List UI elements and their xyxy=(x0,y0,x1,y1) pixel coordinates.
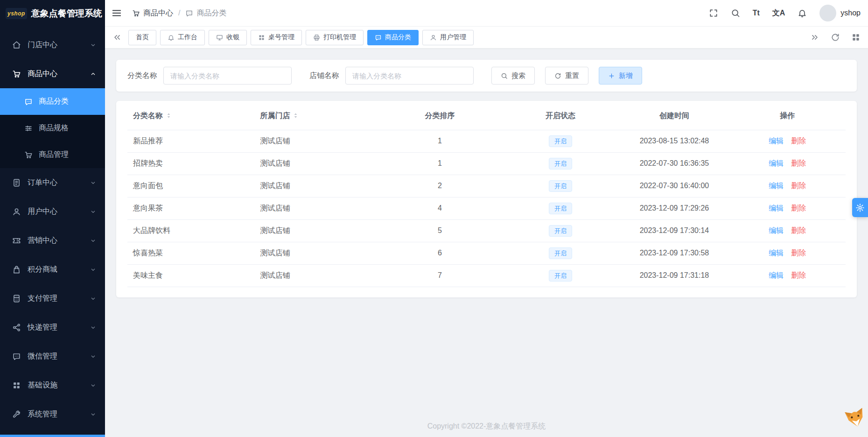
sidebar-item-system-manage[interactable]: 系统管理 xyxy=(0,400,105,429)
chevron-down-icon xyxy=(90,295,97,302)
cell-created: 2023-12-09 17:29:26 xyxy=(619,197,729,219)
open-tabs: 首页 工作台 收银 桌号管理 打印机管理 xyxy=(128,30,804,45)
cell-category-name: 招牌热卖 xyxy=(127,152,254,175)
user-icon xyxy=(12,207,21,216)
tab-label: 首页 xyxy=(136,33,149,42)
status-badge: 开启 xyxy=(549,247,572,259)
logo: yshop 意象点餐管理系统 xyxy=(0,0,105,27)
sidebar-item-label: 商品管理 xyxy=(39,150,69,160)
hamburger-menu-icon[interactable] xyxy=(112,8,122,18)
delete-link[interactable]: 删除 xyxy=(791,137,806,145)
filter-panel: 分类名称 店铺名称 搜索 重置 新增 xyxy=(116,60,857,92)
ticket-icon xyxy=(12,236,21,245)
wrench-icon xyxy=(12,410,21,419)
delete-link[interactable]: 删除 xyxy=(791,271,806,279)
search-button[interactable]: 搜索 xyxy=(491,67,535,85)
category-name-input[interactable] xyxy=(163,67,292,85)
edit-link[interactable]: 编辑 xyxy=(769,271,784,279)
sidebar-item-product-category[interactable]: 商品分类 xyxy=(0,88,105,115)
cell-created: 2023-08-15 13:02:48 xyxy=(619,130,729,152)
sidebar-item-store-center[interactable]: 门店中心 xyxy=(0,30,105,59)
search-icon[interactable] xyxy=(731,8,740,18)
sidebar-item-infrastructure[interactable]: 基础设施 xyxy=(0,371,105,400)
status-badge: 开启 xyxy=(549,225,572,237)
column-header-store: 所属门店 xyxy=(254,103,378,130)
calculator-icon xyxy=(12,294,21,303)
refresh-icon xyxy=(554,72,561,79)
edit-link[interactable]: 编辑 xyxy=(769,182,784,190)
cell-sort: 7 xyxy=(378,264,502,287)
tab-home[interactable]: 首页 xyxy=(128,30,156,45)
sort-carets-icon[interactable] xyxy=(165,112,172,119)
table-row: 意向果茶 测试店铺 4 开启 2023-12-09 17:29:26 编辑删除 xyxy=(127,197,846,219)
top-header: 商品中心 / 商品分类 Tt 文A yshop xyxy=(105,0,868,27)
tab-workbench[interactable]: 工作台 xyxy=(160,30,205,45)
theme-settings-button[interactable] xyxy=(852,198,868,217)
tab-product-category[interactable]: 商品分类 xyxy=(367,30,419,45)
reset-button[interactable]: 重置 xyxy=(545,67,588,85)
breadcrumb: 商品中心 / 商品分类 xyxy=(132,8,226,18)
sidebar-item-payment-manage[interactable]: 支付管理 xyxy=(0,284,105,313)
edit-link[interactable]: 编辑 xyxy=(769,226,784,234)
sidebar-item-express-manage[interactable]: 快递管理 xyxy=(0,313,105,342)
delete-link[interactable]: 删除 xyxy=(791,182,806,190)
tab-label: 收银 xyxy=(226,33,239,42)
sidebar-item-user-center[interactable]: 用户中心 xyxy=(0,197,105,226)
edit-link[interactable]: 编辑 xyxy=(769,159,784,167)
translate-icon[interactable]: 文A xyxy=(772,8,785,18)
tab-table-manage[interactable]: 桌号管理 xyxy=(251,30,302,45)
shop-name-input[interactable] xyxy=(345,67,474,85)
delete-link[interactable]: 删除 xyxy=(791,204,806,212)
tab-user-manage[interactable]: 用户管理 xyxy=(422,30,474,45)
sidebar-item-order-center[interactable]: 订单中心 xyxy=(0,168,105,197)
sort-carets-icon[interactable] xyxy=(292,112,299,119)
fullscreen-icon[interactable] xyxy=(709,8,718,18)
cell-actions: 编辑删除 xyxy=(729,219,846,242)
edit-link[interactable]: 编辑 xyxy=(769,204,784,212)
sidebar-item-points-mall[interactable]: 积分商城 xyxy=(0,255,105,284)
add-button[interactable]: 新增 xyxy=(599,67,642,85)
breadcrumb-item[interactable]: 商品中心 xyxy=(132,8,173,18)
sliders-icon xyxy=(24,124,33,133)
cart-icon xyxy=(24,151,33,159)
refresh-icon[interactable] xyxy=(831,33,840,42)
user-menu[interactable]: yshop xyxy=(819,5,861,21)
edit-link[interactable]: 编辑 xyxy=(769,137,784,145)
user-icon xyxy=(430,34,437,41)
edit-link[interactable]: 编辑 xyxy=(769,249,784,257)
sidebar-item-label: 系统管理 xyxy=(28,409,90,419)
font-size-icon[interactable]: Tt xyxy=(753,9,760,17)
sidebar-item-product-spec[interactable]: 商品规格 xyxy=(0,115,105,141)
tab-label: 商品分类 xyxy=(385,33,411,42)
delete-link[interactable]: 删除 xyxy=(791,226,806,234)
layout-grid-icon[interactable] xyxy=(851,33,861,42)
cell-sort: 1 xyxy=(378,152,502,175)
sidebar-item-marketing-center[interactable]: 营销中心 xyxy=(0,226,105,255)
grid-icon xyxy=(258,34,265,41)
cell-sort: 4 xyxy=(378,197,502,219)
status-badge: 开启 xyxy=(549,270,572,282)
cell-store: 测试店铺 xyxy=(254,152,378,175)
delete-link[interactable]: 删除 xyxy=(791,159,806,167)
tabs-scroll-left-icon[interactable] xyxy=(112,33,122,42)
tabs-scroll-right-icon[interactable] xyxy=(810,33,819,42)
sidebar-item-wechat-manage[interactable]: 微信管理 xyxy=(0,342,105,371)
header-actions: Tt 文A yshop xyxy=(709,5,861,21)
sidebar-item-product-center[interactable]: 商品中心 xyxy=(0,59,105,88)
scrollbar-thumb[interactable] xyxy=(0,435,105,437)
tab-label: 桌号管理 xyxy=(268,33,294,42)
column-header-actions: 操作 xyxy=(729,103,846,130)
sidebar-item-label: 营销中心 xyxy=(28,236,90,246)
sidebar-item-label: 支付管理 xyxy=(28,294,90,303)
tab-printer-manage[interactable]: 打印机管理 xyxy=(306,30,364,45)
sidebar-item-product-manage[interactable]: 商品管理 xyxy=(0,141,105,168)
chevron-down-icon xyxy=(90,353,97,360)
cell-actions: 编辑删除 xyxy=(729,197,846,219)
tab-label: 打印机管理 xyxy=(323,33,356,42)
delete-link[interactable]: 删除 xyxy=(791,249,806,257)
sidebar-item-label: 微信管理 xyxy=(28,352,90,361)
tab-cashier[interactable]: 收银 xyxy=(209,30,247,45)
search-icon xyxy=(501,72,508,79)
cell-created: 2023-12-09 17:30:14 xyxy=(619,219,729,242)
bell-icon[interactable] xyxy=(798,8,807,18)
